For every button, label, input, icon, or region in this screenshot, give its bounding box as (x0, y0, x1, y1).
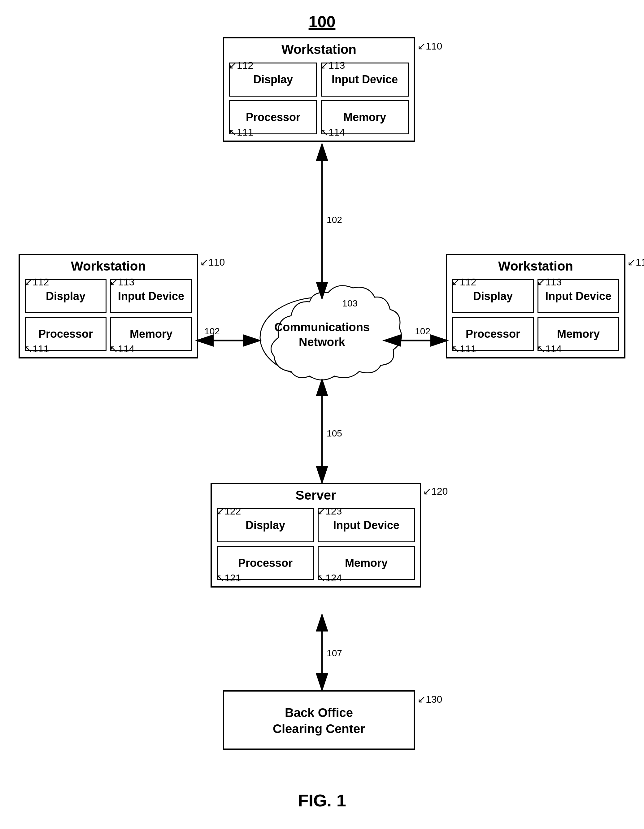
left-workstation-label: Workstation (20, 255, 197, 276)
svg-text:105: 105 (327, 428, 342, 438)
top-ws-ref112: ↙112 (229, 60, 253, 71)
top-workstation-box: Workstation Display Input Device Process… (223, 37, 415, 142)
server-box: Server Display Input Device Processor Me… (210, 483, 421, 588)
svg-text:103: 103 (342, 298, 358, 308)
right-workstation-label: Workstation (447, 255, 624, 276)
svg-text:Communications: Communications (274, 321, 370, 334)
svg-text:Network: Network (299, 336, 346, 348)
svg-text:102: 102 (327, 214, 342, 225)
top-ws-ref113: ↙113 (320, 60, 345, 71)
right-ws-ref114: ↖114 (537, 343, 562, 355)
fig-label: FIG. 1 (298, 790, 346, 810)
right-ws-ref110: ↙110 (627, 256, 644, 268)
server-ref123: ↙123 (317, 505, 342, 517)
right-ws-ref113: ↙113 (537, 276, 562, 288)
server-ref120: ↙120 (423, 485, 448, 497)
right-workstation-box: Workstation Display Input Device Process… (446, 254, 625, 358)
svg-point-4 (260, 297, 384, 378)
right-ws-ref111: ↖111 (451, 343, 476, 355)
right-ws-ref112: ↙112 (451, 276, 476, 288)
svg-text:102: 102 (204, 326, 220, 336)
diagram-title: 100 (309, 13, 336, 31)
left-workstation-box: Workstation Display Input Device Process… (19, 254, 198, 358)
back-office-box: Back OfficeClearing Center (223, 690, 415, 750)
left-ws-ref111: ↖111 (24, 343, 49, 355)
diagram: 100 Workstation Display Input Device Pro… (0, 0, 644, 829)
server-ref122: ↙122 (216, 505, 241, 517)
left-ws-ref112: ↙112 (24, 276, 49, 288)
back-office-label: Back OfficeClearing Center (230, 701, 407, 739)
top-workstation-label: Workstation (224, 38, 414, 60)
left-ws-ref113: ↙113 (110, 276, 134, 288)
top-ws-ref114: ↖114 (320, 126, 345, 138)
left-ws-ref110: ↙110 (200, 256, 225, 268)
server-ref121: ↖121 (216, 572, 241, 584)
svg-text:102: 102 (415, 326, 430, 336)
server-label: Server (212, 484, 420, 505)
server-ref124: ↖124 (317, 572, 342, 584)
top-ws-ref111: ↖111 (229, 126, 253, 138)
left-ws-ref114: ↖114 (110, 343, 134, 355)
top-ws-ref110: ↙110 (417, 40, 442, 52)
back-office-ref130: ↙130 (417, 693, 442, 705)
svg-text:107: 107 (327, 648, 342, 658)
